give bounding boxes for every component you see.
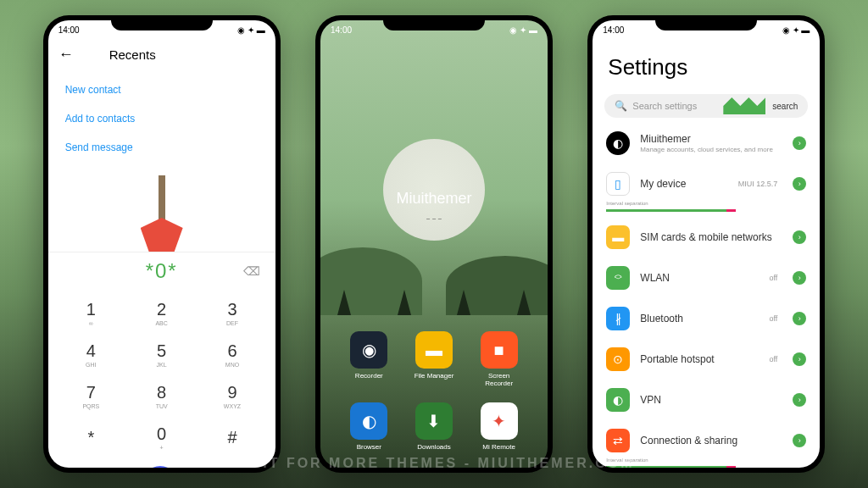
home-screen: 14:00 ◉ ✦ ▬ Miuithemer ~ ~ ~ ◉Recorder▬F… (320, 20, 548, 468)
search-icon: 🔍 (615, 100, 627, 112)
back-icon[interactable]: ← (58, 46, 74, 64)
send-message-link[interactable]: Send message (65, 133, 259, 162)
key-9[interactable]: 9WXYZ (198, 376, 266, 416)
chevron-icon: › (793, 352, 806, 366)
chevron-icon: › (793, 312, 806, 325)
app-browser[interactable]: ◐Browser (344, 402, 394, 451)
key-1[interactable]: 1∞ (57, 293, 125, 333)
search-bar[interactable]: 🔍 Search settings search (604, 94, 808, 118)
add-to-contacts-link[interactable]: Add to contacts (65, 104, 259, 133)
dialpad: 1∞2ABC3DEF4GHI5JKL6MNO7PQRS8TUV9WXYZ*0+# (48, 290, 275, 461)
status-time: 14:00 (58, 25, 80, 35)
dialer-header: ← Recents (48, 39, 275, 70)
status-icons: ◉ ✦ ▬ (782, 25, 810, 35)
setting-icon: ◐ (606, 388, 630, 412)
app-grid: ◉Recorder▬File Manager■Screen Recorder◐B… (320, 331, 548, 451)
app-recorder[interactable]: ◉Recorder (344, 331, 394, 387)
setting-icon: ⌔ (606, 266, 630, 290)
trees (320, 290, 548, 315)
setting-icon: ∦ (606, 307, 630, 330)
app-mi-remote[interactable]: ✦Mi Remote (474, 402, 524, 451)
device-icon: ▯ (606, 172, 630, 196)
dialed-number: *0* (146, 259, 178, 283)
key-3[interactable]: 3DEF (198, 293, 266, 333)
backspace-icon[interactable]: ⌫ (243, 264, 260, 278)
app-screen-recorder[interactable]: ■Screen Recorder (474, 331, 524, 387)
account-sub: Manage accounts, cloud services, and mor… (640, 146, 782, 153)
settings-title: Settings (593, 39, 820, 89)
status-time: 14:00 (331, 25, 352, 35)
key-5[interactable]: 5JKL (127, 335, 196, 374)
chevron-icon: › (793, 271, 806, 285)
dialer-screen: 14:00 ◉ ✦ ▬ ← Recents New contact Add to… (48, 20, 275, 468)
watermark: VISIT FOR MORE THEMES - MIUITHEMER.COM (233, 456, 634, 471)
account-name: Miuithemer (640, 133, 782, 145)
key-6[interactable]: 6MNO (198, 335, 266, 374)
status-time: 14:00 (603, 25, 624, 35)
chevron-icon: › (793, 136, 806, 150)
phone-dialer: 14:00 ◉ ✦ ▬ ← Recents New contact Add to… (43, 15, 281, 473)
device-item[interactable]: ▯ My device MIUI 12.5.7 › (593, 164, 820, 204)
phone-home: 14:00 ◉ ✦ ▬ Miuithemer ~ ~ ~ ◉Recorder▬F… (315, 15, 553, 473)
setting-icon: ⇄ (606, 429, 630, 452)
birds-illustration: ~ ~ ~ (426, 215, 442, 223)
notch (655, 15, 757, 30)
status-icons: ◉ ✦ ▬ (237, 25, 265, 35)
separator: Interval separation (606, 466, 806, 468)
chevron-icon: › (793, 177, 806, 191)
device-value: MIUI 12.5.7 (738, 180, 778, 188)
app-downloads[interactable]: ⬇Downloads (409, 402, 459, 451)
recents-title: Recents (109, 47, 156, 62)
brand-text: Miuithemer (396, 190, 471, 208)
chevron-icon: › (793, 434, 806, 447)
new-contact-link[interactable]: New contact (65, 75, 259, 104)
device-label: My device (640, 178, 727, 190)
key-*[interactable]: * (57, 418, 125, 458)
chevron-icon: › (793, 393, 806, 407)
key-0[interactable]: 0+ (127, 418, 196, 458)
key-4[interactable]: 4GHI (57, 335, 125, 374)
search-label: search (772, 102, 798, 111)
setting-bluetooth[interactable]: ∦Bluetoothoff› (593, 298, 820, 339)
notch (383, 15, 485, 30)
setting-portable-hotspot[interactable]: ⊙Portable hotspotoff› (593, 339, 820, 380)
guitar-illustration (48, 167, 275, 252)
status-icons: ◉ ✦ ▬ (509, 25, 537, 35)
separator: Interval separation (606, 209, 806, 212)
setting-connection-sharing[interactable]: ⇄Connection & sharing› (593, 420, 820, 461)
chevron-icon: › (793, 230, 806, 244)
setting-wlan[interactable]: ⌔WLANoff› (593, 258, 820, 298)
account-item[interactable]: ◐ Miuithemer Manage accounts, cloud serv… (593, 123, 820, 164)
setting-sim-cards-mobile-networks[interactable]: ▬SIM cards & mobile networks› (593, 217, 820, 258)
setting-vpn[interactable]: ◐VPN› (593, 380, 820, 420)
setting-icon: ▬ (606, 225, 630, 249)
notch (111, 15, 213, 30)
setting-icon: ⊙ (606, 347, 630, 371)
app-file-manager[interactable]: ▬File Manager (409, 331, 459, 387)
call-button[interactable]: 📞 (142, 466, 179, 468)
key-2[interactable]: 2ABC (127, 293, 196, 333)
settings-screen: 14:00 ◉ ✦ ▬ Settings 🔍 Search settings s… (593, 20, 820, 468)
wave-decoration (723, 97, 765, 114)
number-display: *0* ⌫ (48, 252, 275, 290)
phone-settings: 14:00 ◉ ✦ ▬ Settings 🔍 Search settings s… (587, 15, 825, 473)
account-avatar: ◐ (606, 131, 630, 155)
key-7[interactable]: 7PQRS (57, 376, 125, 416)
key-#[interactable]: # (198, 418, 266, 458)
contact-actions: New contact Add to contacts Send message (48, 70, 275, 167)
key-8[interactable]: 8TUV (127, 376, 196, 416)
